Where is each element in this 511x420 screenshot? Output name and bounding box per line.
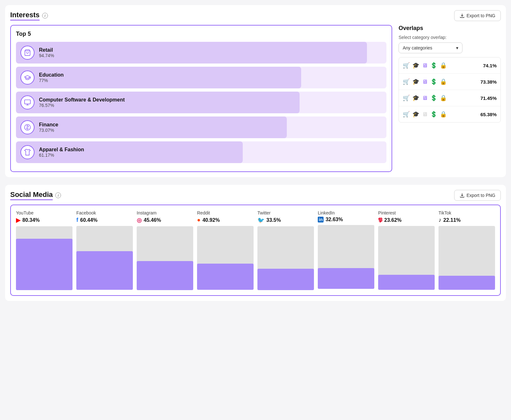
computer-pct: 76.57% bbox=[39, 103, 125, 108]
linkedin-bar-fill bbox=[318, 268, 374, 289]
overlap-row-4: 🛒 🎓 🖥 💲 🔒 65.38% bbox=[399, 106, 500, 122]
overlap-row-1: 🛒 🎓 🖥 💲 🔒 74.1% bbox=[399, 57, 500, 74]
overlap-icons-3: 🛒 🎓 🖥 💲 🔒 bbox=[403, 94, 447, 101]
overlap-edu-icon-4: 🎓 bbox=[412, 111, 419, 118]
overlap-edu-icon: 🎓 bbox=[412, 62, 419, 69]
youtube-name: YouTube bbox=[16, 210, 72, 215]
instagram-bar bbox=[137, 226, 193, 290]
overlap-comp-icon-4: 🖥 bbox=[422, 111, 428, 118]
computer-icon bbox=[20, 95, 34, 109]
retail-label: Retail bbox=[39, 47, 54, 53]
social-media-header: Social Media i Export to PNG bbox=[10, 190, 501, 201]
overlap-cart-icon: 🛒 bbox=[403, 62, 410, 69]
pinterest-val: 𝕻 23.62% bbox=[378, 217, 435, 223]
reddit-val: ● 40.92% bbox=[197, 217, 254, 223]
youtube-val: ▶ 80.34% bbox=[16, 217, 72, 224]
overlap-comp-icon: 🖥 bbox=[422, 62, 428, 69]
facebook-icon: f bbox=[76, 217, 78, 223]
overlap-fin-icon-2: 💲 bbox=[430, 78, 437, 85]
pinterest-pct: 23.62% bbox=[384, 217, 401, 223]
overlap-fin-icon: 💲 bbox=[430, 62, 437, 69]
linkedin-val: in 32.63% bbox=[318, 217, 374, 222]
pinterest-bar bbox=[378, 226, 435, 290]
social-item-twitter: Twitter 🐦 33.5% bbox=[257, 210, 314, 290]
youtube-icon: ▶ bbox=[16, 217, 20, 224]
interests-content: Top 5 Retail 94.74% bbox=[10, 25, 501, 172]
computer-label: Computer Software & Development bbox=[39, 97, 125, 103]
twitter-icon: 🐦 bbox=[257, 217, 264, 224]
overlaps-title: Overlaps bbox=[399, 25, 501, 32]
retail-pct: 94.74% bbox=[39, 53, 54, 58]
finance-label: Finance bbox=[39, 122, 58, 128]
linkedin-icon: in bbox=[318, 217, 324, 222]
tiktok-val: ♪ 22.11% bbox=[439, 217, 495, 223]
overlap-lock-icon: 🔒 bbox=[440, 62, 447, 69]
overlap-fin-icon-3: 💲 bbox=[430, 94, 437, 101]
instagram-val: ◎ 45.46% bbox=[137, 217, 193, 224]
pinterest-icon: 𝕻 bbox=[378, 217, 382, 223]
reddit-name: Reddit bbox=[197, 210, 254, 215]
twitter-bar-fill bbox=[257, 269, 314, 290]
top5-panel: Top 5 Retail 94.74% bbox=[10, 25, 392, 172]
twitter-bar bbox=[257, 226, 314, 290]
tiktok-pct: 22.11% bbox=[443, 217, 461, 223]
overlap-lock-icon-3: 🔒 bbox=[440, 94, 447, 101]
social-item-instagram: Instagram ◎ 45.46% bbox=[137, 210, 193, 290]
instagram-pct: 45.46% bbox=[144, 217, 161, 223]
overlap-row-2: 🛒 🎓 🖥 💲 🔒 73.38% bbox=[399, 74, 500, 90]
social-item-linkedin: LinkedIn in 32.63% bbox=[318, 210, 374, 290]
category-select-value: Any categories bbox=[403, 45, 432, 50]
social-item-reddit: Reddit ● 40.92% bbox=[197, 210, 254, 290]
top5-title: Top 5 bbox=[16, 31, 386, 37]
social-media-info-icon[interactable]: i bbox=[55, 192, 61, 198]
social-content: YouTube ▶ 80.34% Facebook f 60.44% bbox=[10, 205, 501, 296]
overlap-pct-2: 73.38% bbox=[480, 79, 497, 85]
bar-item-apparel: Apparel & Fashion 61.17% bbox=[16, 141, 386, 163]
facebook-bar bbox=[76, 226, 133, 290]
social-item-tiktok: TikTok ♪ 22.11% bbox=[439, 210, 495, 290]
bar-item-finance: Finance 73.07% bbox=[16, 116, 386, 138]
tiktok-icon: ♪ bbox=[439, 217, 441, 223]
tiktok-bar-fill bbox=[439, 276, 495, 290]
overlap-fin-icon-4: 💲 bbox=[430, 111, 437, 118]
finance-pct: 73.07% bbox=[39, 128, 58, 133]
apparel-pct: 61.17% bbox=[39, 153, 84, 158]
reddit-pct: 40.92% bbox=[202, 217, 220, 223]
education-pct: 77% bbox=[39, 78, 64, 83]
tiktok-name: TikTok bbox=[439, 210, 495, 215]
social-media-title: Social Media bbox=[10, 191, 53, 200]
facebook-name: Facebook bbox=[76, 210, 133, 215]
tiktok-bar bbox=[439, 226, 495, 290]
overlap-comp-icon-3: 🖥 bbox=[422, 95, 428, 101]
overlap-lock-icon-2: 🔒 bbox=[440, 78, 447, 85]
overlap-comp-icon-2: 🖥 bbox=[422, 79, 428, 85]
linkedin-bar bbox=[318, 225, 374, 289]
pinterest-name: Pinterest bbox=[378, 210, 435, 215]
pinterest-bar-fill bbox=[378, 275, 435, 290]
twitter-name: Twitter bbox=[257, 210, 314, 215]
overlap-pct-3: 71.45% bbox=[480, 95, 497, 101]
overlap-edu-icon-2: 🎓 bbox=[412, 78, 419, 85]
instagram-name: Instagram bbox=[137, 210, 193, 215]
bar-item-retail: Retail 94.74% bbox=[16, 42, 386, 64]
overlap-cart-icon-4: 🛒 bbox=[403, 111, 410, 118]
reddit-bar bbox=[197, 226, 254, 290]
finance-icon bbox=[20, 120, 34, 134]
social-media-export-button[interactable]: Export to PNG bbox=[454, 190, 501, 201]
linkedin-pct: 32.63% bbox=[325, 217, 343, 222]
social-item-facebook: Facebook f 60.44% bbox=[76, 210, 133, 290]
category-select[interactable]: Any categories ▾ bbox=[399, 42, 462, 53]
overlap-icons-4: 🛒 🎓 🖥 💲 🔒 bbox=[403, 111, 447, 118]
interests-export-button[interactable]: Export to PNG bbox=[454, 10, 501, 21]
social-bars: YouTube ▶ 80.34% Facebook f 60.44% bbox=[16, 210, 495, 290]
overlaps-select-label: Select category overlap: bbox=[399, 35, 501, 40]
facebook-bar-fill bbox=[76, 251, 133, 290]
interests-info-icon[interactable]: i bbox=[42, 13, 48, 19]
interests-title: Interests bbox=[10, 11, 40, 20]
social-export-label: Export to PNG bbox=[467, 193, 495, 198]
interests-export-label: Export to PNG bbox=[467, 13, 495, 18]
youtube-bar bbox=[16, 226, 72, 290]
bar-item-education: Education 77% bbox=[16, 67, 386, 88]
overlap-lock-icon-4: 🔒 bbox=[440, 111, 447, 118]
instagram-bar-fill bbox=[137, 261, 193, 290]
